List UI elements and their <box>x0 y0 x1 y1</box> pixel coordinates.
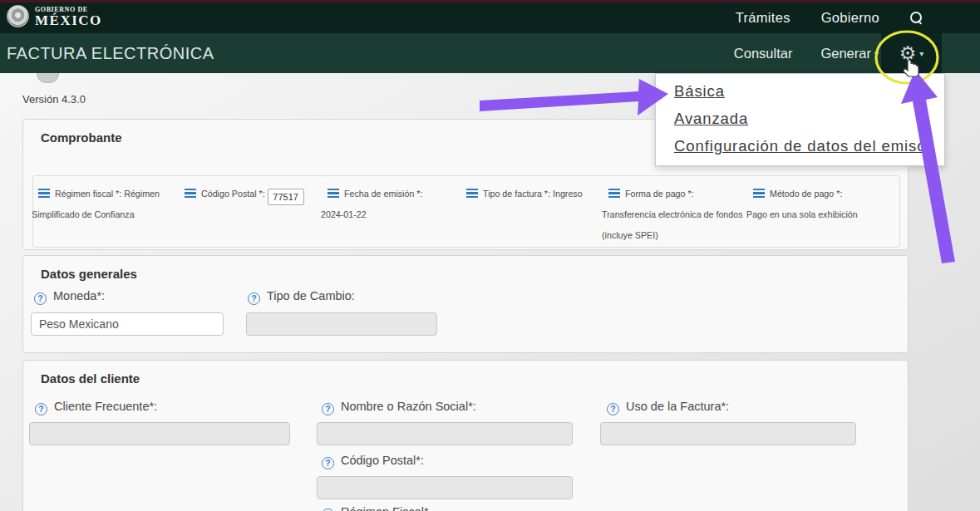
help-icon[interactable] <box>35 403 47 415</box>
field-label: Método de pago *: <box>770 189 842 199</box>
field-metodo-pago[interactable]: Método de pago *: Pago en una sola exhib… <box>746 184 863 225</box>
nombre-razon-input[interactable] <box>317 422 573 445</box>
comprobante-fieldset: Régimen fiscal *: Régimen Simplificado d… <box>32 175 900 248</box>
menu-lines-icon <box>327 189 339 198</box>
datos-cliente-title: Datos del cliente <box>41 371 140 386</box>
field-value: 2024-01-22 <box>321 204 367 225</box>
field-regimen-fiscal[interactable]: Régimen fiscal *: Régimen Simplificado d… <box>32 184 175 225</box>
help-icon[interactable] <box>322 457 334 469</box>
moneda-label: Moneda*: <box>34 289 105 305</box>
menu-item-basica[interactable]: Básica <box>674 81 944 101</box>
tipo-cambio-input[interactable] <box>246 312 437 336</box>
label-text: Uso de la Factura*: <box>626 400 729 413</box>
nav-generar-label: Generar <box>820 46 871 61</box>
menu-lines-icon <box>608 189 620 198</box>
field-value: Pago en una sola exhibición <box>746 204 858 225</box>
version-label: Versión 4.3.0 <box>22 93 86 106</box>
uso-factura-label: Uso de la Factura*: <box>607 400 729 415</box>
nav-gobierno[interactable]: Gobierno <box>821 10 879 26</box>
datos-cliente-panel: Datos del cliente Cliente Frecuente*: No… <box>22 360 909 511</box>
label-text: Nombre o Razón Social*: <box>341 400 476 413</box>
logo-text: GOBIERNO DE MÉXICO <box>35 6 102 27</box>
codigo-postal-cliente-label: Código Postal*: <box>322 454 424 469</box>
codigo-postal-cliente-input[interactable] <box>317 476 573 499</box>
field-tipo-factura[interactable]: Tipo de factura *: Ingreso <box>460 184 605 204</box>
gov-header: GOBIERNO DE MÉXICO Trámites Gobierno <box>0 2 980 33</box>
nav-tramites[interactable]: Trámites <box>736 10 790 26</box>
field-label: Forma de pago *: <box>625 189 694 199</box>
datos-generales-title: Datos generales <box>41 267 137 281</box>
help-icon[interactable] <box>34 292 47 305</box>
avatar-partial[interactable] <box>37 73 59 83</box>
field-codigo-postal[interactable]: Código Postal *:77517 <box>178 184 324 205</box>
gear-icon: ⚙ <box>899 44 917 63</box>
gov-nav: Trámites Gobierno <box>736 2 923 33</box>
cliente-frecuente-input[interactable] <box>29 422 290 445</box>
label-text: Cliente Frecuente*: <box>54 400 157 413</box>
nav-generar[interactable]: Generar▾ <box>820 46 879 61</box>
arrow-to-basica <box>480 79 668 115</box>
help-icon[interactable] <box>248 292 260 305</box>
field-label: Régimen fiscal *: <box>55 189 121 199</box>
logo-line2: MÉXICO <box>35 13 102 27</box>
menu-item-configuracion[interactable]: Configuración de datos del emisor <box>674 136 944 156</box>
field-value: Transferencia electrónica de fondos (inc… <box>602 204 746 246</box>
mexico-seal-icon <box>7 5 29 27</box>
field-value: Ingreso <box>553 189 583 199</box>
app-bar: FACTURA ELECTRÓNICA Consultar Generar▾ ⚙… <box>0 33 980 73</box>
app-window: GOBIERNO DE MÉXICO Trámites Gobierno FAC… <box>0 0 980 511</box>
menu-lines-icon <box>466 189 478 198</box>
datos-generales-panel: Datos generales Moneda*: Tipo de Cambio: <box>22 255 909 353</box>
search-icon[interactable] <box>910 12 923 24</box>
menu-item-avanzada[interactable]: Avanzada <box>674 109 944 129</box>
regimen-fiscal-cliente-label: Régimen Fiscal* <box>322 505 429 511</box>
field-label: Código Postal *: <box>201 189 265 199</box>
nav-consultar[interactable]: Consultar <box>734 46 793 61</box>
moneda-input[interactable] <box>31 312 224 336</box>
help-icon[interactable] <box>607 403 619 415</box>
settings-dropdown-menu: Básica Avanzada Configuración de datos d… <box>655 73 945 166</box>
field-label: Tipo de factura *: <box>483 189 550 199</box>
settings-menu-button[interactable]: ⚙▾ <box>881 33 942 73</box>
chevron-down-icon: ▾ <box>874 49 879 58</box>
label-text: Código Postal*: <box>341 454 424 467</box>
field-fecha-emision[interactable]: Fecha de emisión *: 2024-01-22 <box>321 184 446 225</box>
menu-lines-icon <box>753 189 765 198</box>
gobmx-logo[interactable]: GOBIERNO DE MÉXICO <box>7 5 102 27</box>
tipo-cambio-label: Tipo de Cambio: <box>248 289 355 305</box>
menu-lines-icon <box>38 189 50 198</box>
app-nav: Consultar Generar▾ <box>734 33 879 73</box>
help-icon[interactable] <box>322 403 334 415</box>
codigo-postal-input[interactable]: 77517 <box>268 189 304 205</box>
chevron-down-icon: ▾ <box>919 49 923 58</box>
field-forma-pago[interactable]: Forma de pago *: Transferencia electróni… <box>602 184 745 246</box>
label-text: Tipo de Cambio: <box>267 289 355 302</box>
label-text: Moneda*: <box>53 289 105 302</box>
uso-factura-input[interactable] <box>600 422 856 445</box>
field-label: Fecha de emisión *: <box>344 189 422 199</box>
label-text: Régimen Fiscal* <box>341 505 429 511</box>
nombre-razon-label: Nombre o Razón Social*: <box>322 400 476 415</box>
comprobante-title: Comprobante <box>41 130 122 145</box>
page-title: FACTURA ELECTRÓNICA <box>7 44 214 63</box>
cliente-frecuente-label: Cliente Frecuente*: <box>35 400 157 415</box>
menu-lines-icon <box>185 189 196 198</box>
